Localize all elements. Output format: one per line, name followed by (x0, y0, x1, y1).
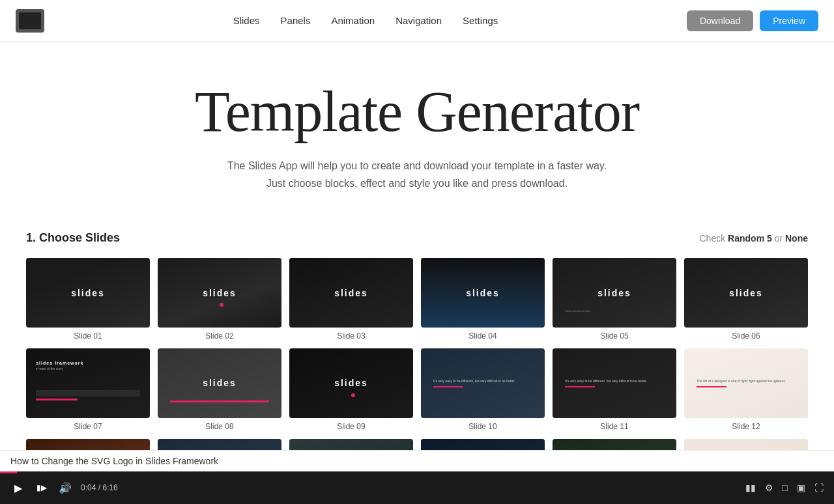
slide-label-9: Slide 09 (289, 422, 413, 431)
slide-thumb-5: slides Slide content text here (553, 258, 676, 328)
slides-random-controls: Check Random 5 or None (700, 233, 809, 244)
slide-thumb-4: slides (421, 258, 545, 328)
slide-item-6[interactable]: slides Slide 06 (684, 258, 808, 341)
main-nav: Slides Panels Animation Navigation Setti… (233, 12, 498, 29)
video-time: 0:04 / 6:16 (81, 483, 118, 492)
nav-panels[interactable]: Panels (281, 12, 311, 29)
slide-label-4: Slide 04 (421, 331, 545, 341)
video-subtitles-button[interactable]: ▮▮ (745, 483, 756, 493)
slide-item-7[interactable]: slides framework ♦ heart of the story Sl… (26, 348, 150, 431)
video-controls-right: ▮▮ ⚙ □ ▣ ⛶ (745, 483, 824, 493)
slide-label-11: Slide 11 (553, 422, 676, 431)
video-play-button[interactable]: ▶ (10, 482, 26, 494)
slide-label-1: Slide 01 (26, 331, 150, 341)
slide-label-7: Slide 07 (26, 422, 150, 431)
nav-navigation[interactable]: Navigation (395, 12, 442, 29)
slide-label-6: Slide 06 (684, 331, 808, 341)
video-volume-button[interactable]: 🔊 (57, 482, 73, 494)
hero-title: Template Generator (26, 81, 808, 144)
random-5-link[interactable]: Random 5 (728, 233, 772, 244)
slide-item-9[interactable]: slides Slide 09 (289, 348, 413, 431)
slide-item-10[interactable]: It's very easy to be different, but very… (421, 348, 545, 431)
video-progress-bar (0, 471, 17, 473)
video-title-bar: How to Change the SVG Logo in Slides Fra… (0, 450, 834, 471)
slide-item-8[interactable]: slides Slide 08 (158, 348, 281, 431)
slide-thumb-1: slides (26, 258, 150, 328)
slides-section-header: 1. Choose Slides Check Random 5 or None (26, 231, 808, 245)
slide-thumb-2: slides (158, 258, 281, 328)
download-button[interactable]: Download (687, 10, 753, 31)
slides-heading: 1. Choose Slides (26, 231, 120, 245)
video-theater-button[interactable]: ▣ (797, 483, 805, 493)
video-settings-button[interactable]: ⚙ (765, 483, 773, 493)
nav-settings[interactable]: Settings (463, 12, 498, 29)
video-skip-button[interactable]: ▮▶ (34, 483, 50, 492)
slide-label-8: Slide 08 (158, 422, 281, 431)
slide-item-3[interactable]: slides Slide 03 (289, 258, 413, 341)
slide-item-1[interactable]: slides Slide 01 (26, 258, 150, 341)
slide-thumb-12: The life of a designer is one of fight: … (684, 348, 808, 418)
preview-button[interactable]: Preview (760, 10, 818, 31)
slide-item-11[interactable]: It's very easy to be different, but very… (553, 348, 676, 431)
app-header: Slides Panels Animation Navigation Setti… (0, 0, 834, 42)
slide-label-10: Slide 10 (421, 422, 545, 431)
app-logo[interactable] (16, 9, 44, 33)
slide-item-4[interactable]: slides Slide 04 (421, 258, 545, 341)
slide-thumb-10: It's very easy to be different, but very… (421, 348, 545, 418)
slide-label-12: Slide 12 (684, 422, 808, 431)
video-miniplayer-button[interactable]: □ (783, 483, 788, 493)
video-player: ▶ ▮▶ 🔊 0:04 / 6:16 ▮▮ ⚙ □ ▣ ⛶ (0, 471, 834, 504)
slide-thumb-3: slides (289, 258, 413, 328)
video-fullscreen-button[interactable]: ⛶ (814, 483, 824, 493)
slide-label-5: Slide 05 (553, 331, 676, 341)
nav-animation[interactable]: Animation (331, 12, 375, 29)
slide-label-2: Slide 02 (158, 331, 281, 341)
hero-section: Template Generator The Slides App will h… (0, 42, 834, 218)
video-title: How to Change the SVG Logo in Slides Fra… (10, 456, 218, 466)
slide-item-2[interactable]: slides Slide 02 (158, 258, 281, 341)
slide-thumb-7: slides framework ♦ heart of the story (26, 348, 150, 418)
slide-thumb-6: slides (684, 258, 808, 328)
slide-thumb-9: slides (289, 348, 413, 418)
slide-item-12[interactable]: The life of a designer is one of fight: … (684, 348, 808, 431)
header-actions: Download Preview (687, 10, 818, 31)
none-link[interactable]: None (785, 233, 808, 244)
slide-item-5[interactable]: slides Slide content text here Slide 05 (553, 258, 676, 341)
hero-subtitle: The Slides App will help you to create a… (222, 157, 612, 192)
nav-slides[interactable]: Slides (233, 12, 260, 29)
slide-thumb-8: slides (158, 348, 281, 418)
slide-label-3: Slide 03 (289, 331, 413, 341)
slide-thumb-11: It's very easy to be different, but very… (553, 348, 676, 418)
